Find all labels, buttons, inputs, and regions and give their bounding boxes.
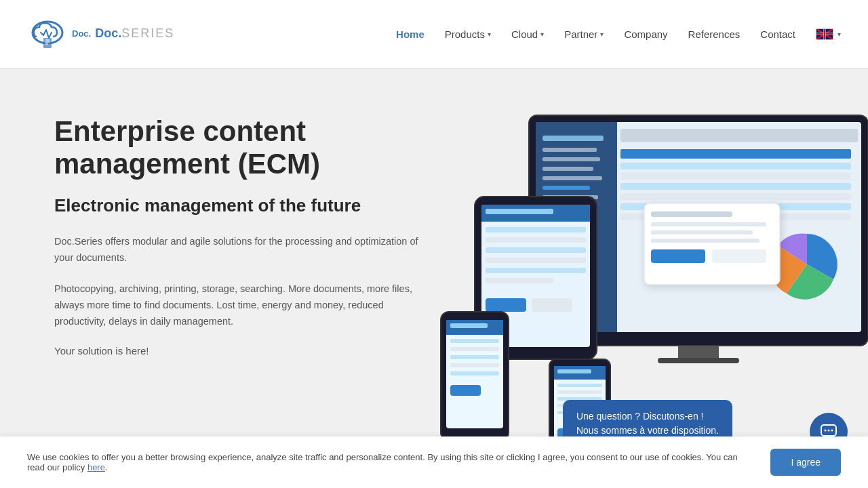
svg-rect-61: [651, 230, 753, 235]
logo-name-series: SERIES: [121, 26, 174, 40]
svg-rect-12: [542, 176, 602, 180]
main-section: Enterprise content management (ECM) Elec…: [0, 68, 868, 488]
svg-rect-44: [450, 355, 499, 359]
body-text-1: Doc.Series offers modular and agile solu…: [54, 234, 434, 266]
svg-rect-46: [450, 371, 499, 375]
logo-icon: [27, 14, 68, 54]
agree-button[interactable]: I agree: [770, 449, 841, 476]
svg-rect-35: [486, 278, 553, 283]
products-caret: ▾: [488, 30, 491, 38]
svg-rect-45: [450, 363, 499, 367]
svg-rect-36: [486, 298, 526, 312]
svg-rect-18: [620, 173, 851, 180]
nav-home[interactable]: Home: [396, 28, 425, 40]
svg-rect-51: [557, 369, 591, 373]
svg-rect-32: [486, 247, 586, 253]
svg-rect-20: [620, 193, 851, 200]
sub-heading: Electronic management of the future: [54, 195, 434, 218]
svg-rect-59: [651, 211, 732, 217]
nav-products[interactable]: Products ▾: [445, 28, 491, 40]
header: Doc. Doc.SERIES Home Products ▾ Cloud ▾ …: [0, 0, 868, 68]
svg-point-67: [828, 430, 830, 432]
svg-rect-42: [450, 339, 499, 343]
svg-point-68: [831, 430, 833, 432]
cookie-banner: We use cookies to offer you a better bro…: [0, 436, 868, 488]
svg-rect-41: [450, 323, 488, 328]
nav-company[interactable]: Company: [624, 28, 667, 40]
svg-rect-33: [486, 258, 586, 263]
nav-contact[interactable]: Contact: [760, 28, 795, 40]
cookie-message: We use cookies to offer you a better bro…: [27, 452, 738, 472]
svg-rect-11: [542, 167, 593, 171]
nav-references[interactable]: References: [688, 28, 741, 40]
svg-rect-16: [620, 149, 851, 159]
svg-rect-52: [557, 384, 602, 387]
flag-icon: [816, 28, 833, 40]
cookie-text: We use cookies to offer you a better bro…: [27, 452, 750, 472]
body-text-2: Photocopying, archiving, printing, stora…: [54, 281, 434, 330]
nav-language[interactable]: ▾: [816, 28, 841, 40]
svg-rect-62: [651, 239, 760, 243]
nav-cloud[interactable]: Cloud ▾: [511, 28, 544, 40]
main-nav: Home Products ▾ Cloud ▾ Partner ▾ Compan…: [396, 28, 841, 40]
nav-partner[interactable]: Partner ▾: [564, 28, 604, 40]
svg-rect-60: [651, 222, 766, 226]
hero-text: Enterprise content management (ECM) Elec…: [54, 108, 434, 357]
solution-text: Your solution is here!: [54, 345, 434, 357]
logo-text-doc: Doc.: [72, 29, 91, 39]
svg-rect-43: [450, 347, 499, 351]
chat-bubble-line2: Nous sommes à votre disposition.: [576, 424, 719, 438]
svg-rect-8: [542, 136, 604, 141]
svg-rect-13: [542, 186, 590, 190]
svg-rect-30: [486, 227, 586, 232]
svg-point-66: [825, 430, 827, 432]
svg-rect-19: [620, 183, 851, 190]
svg-rect-15: [620, 129, 858, 142]
svg-rect-9: [542, 148, 597, 152]
svg-rect-25: [658, 358, 739, 363]
cookie-policy-link[interactable]: here: [87, 462, 105, 472]
svg-rect-64: [712, 249, 766, 263]
svg-rect-34: [486, 268, 586, 273]
svg-rect-24: [678, 346, 719, 359]
svg-rect-53: [557, 390, 602, 394]
lang-caret: ▾: [837, 30, 841, 38]
svg-rect-1: [43, 38, 52, 48]
svg-rect-29: [486, 209, 553, 214]
svg-rect-17: [620, 163, 851, 169]
logo[interactable]: Doc. Doc.SERIES: [27, 14, 174, 54]
cloud-caret: ▾: [540, 30, 544, 38]
svg-rect-31: [486, 237, 586, 243]
svg-rect-63: [651, 249, 705, 263]
logo-name-doc: Doc.: [95, 26, 121, 40]
svg-rect-10: [542, 157, 600, 161]
svg-rect-47: [450, 385, 481, 396]
partner-caret: ▾: [600, 30, 604, 38]
main-heading: Enterprise content management (ECM): [54, 115, 434, 181]
svg-rect-37: [532, 298, 572, 312]
chat-bubble-line1: Une question ? Discutons-en !: [576, 409, 719, 424]
